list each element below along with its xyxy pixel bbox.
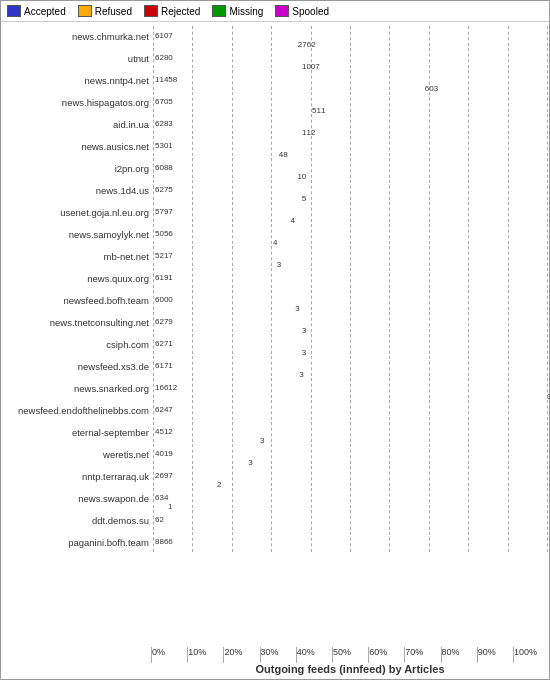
bar-value-label1: 16612 — [155, 381, 177, 395]
grid-line — [547, 334, 548, 354]
grid-line — [547, 356, 548, 376]
grid-line — [429, 400, 430, 420]
row-label: nntp.terraraq.uk — [3, 471, 153, 482]
grid-line — [311, 312, 312, 332]
grid-line — [547, 290, 548, 310]
grid-line — [547, 202, 548, 222]
bar-value-label1: 6275 — [155, 183, 173, 197]
grid-line — [350, 92, 351, 112]
grid-line — [192, 114, 193, 134]
bar-area: 6283112 — [153, 114, 547, 134]
grid-line — [271, 114, 272, 134]
bar-value-label1: 5797 — [155, 205, 173, 219]
grid-line — [547, 312, 548, 332]
x-tick: 40% — [296, 647, 332, 663]
grid-lines — [153, 158, 547, 178]
row-label: i2pn.org — [3, 163, 153, 174]
grid-line — [311, 378, 312, 398]
table-row: ddt.demos.su62 — [3, 510, 547, 530]
table-row: csiph.com62713 — [3, 334, 547, 354]
grid-line — [192, 158, 193, 178]
table-row: nntp.terraraq.uk26972 — [3, 466, 547, 486]
grid-line — [192, 378, 193, 398]
legend-item-spooled: Spooled — [275, 5, 329, 17]
table-row: utnut62801007 — [3, 48, 547, 68]
bar-value-label2: 112 — [302, 128, 315, 137]
grid-line — [350, 488, 351, 508]
grid-line — [232, 290, 233, 310]
table-row: aid.in.ua6283112 — [3, 114, 547, 134]
bar-stack: 6171 — [153, 359, 173, 373]
grid-line — [232, 114, 233, 134]
bar-value-label1: 4512 — [155, 425, 173, 439]
table-row: usenet.goja.nl.eu.org57974 — [3, 202, 547, 222]
grid-line — [232, 224, 233, 244]
grid-line — [389, 180, 390, 200]
grid-line — [232, 422, 233, 442]
bar-area: 166123 — [153, 378, 547, 398]
legend-label: Spooled — [292, 6, 329, 17]
grid-line — [232, 180, 233, 200]
grid-line — [547, 532, 548, 552]
table-row: newsfeed.endofthelinebbs.com6247 — [3, 400, 547, 420]
bar-stack: 6247 — [153, 403, 173, 417]
bar-value-label1: 634 — [155, 491, 168, 505]
x-tick: 80% — [441, 647, 477, 663]
legend-label: Refused — [95, 6, 132, 17]
grid-line — [271, 246, 272, 266]
bar-area: 11458603 — [153, 70, 547, 90]
grid-line — [311, 136, 312, 156]
grid-line — [389, 158, 390, 178]
grid-line — [508, 136, 509, 156]
grid-line — [468, 400, 469, 420]
grid-line — [271, 422, 272, 442]
grid-line — [232, 136, 233, 156]
bar-area: 62 — [153, 510, 547, 530]
grid-line — [508, 224, 509, 244]
grid-line — [192, 532, 193, 552]
grid-line — [468, 466, 469, 486]
grid-line — [350, 334, 351, 354]
x-tick: 30% — [260, 647, 296, 663]
bar-stack: 6280 — [153, 51, 173, 65]
bar-area: 26972 — [153, 466, 547, 486]
grid-line — [429, 48, 430, 68]
grid-line — [508, 356, 509, 376]
row-label: news.nntp4.net — [3, 75, 153, 86]
grid-line — [311, 290, 312, 310]
legend-color — [212, 5, 226, 17]
row-label: mb-net.net — [3, 251, 153, 262]
bar-value-label1: 6279 — [155, 315, 173, 329]
grid-line — [508, 400, 509, 420]
grid-line — [468, 312, 469, 332]
bar-area: 61072762 — [153, 26, 547, 46]
bar-value-label1: 8866 — [155, 535, 173, 549]
grid-line — [232, 48, 233, 68]
grid-lines — [153, 356, 547, 376]
grid-lines — [153, 92, 547, 112]
grid-line — [468, 532, 469, 552]
bar-stack: 11458 — [153, 73, 177, 87]
bar-value-label1: 6107 — [155, 29, 173, 43]
grid-line — [350, 290, 351, 310]
grid-line — [350, 268, 351, 288]
grid-line — [232, 356, 233, 376]
bar-value-label1: 11458 — [155, 73, 177, 87]
grid-lines — [153, 488, 547, 508]
grid-line — [311, 70, 312, 90]
grid-line — [232, 510, 233, 530]
bar-value-label1: 6191 — [155, 271, 173, 285]
table-row: news.chmurka.net61072762 — [3, 26, 547, 46]
table-row: weretis.net40193 — [3, 444, 547, 464]
grid-line — [389, 268, 390, 288]
table-row: newsfeed.bofh.team60003 — [3, 290, 547, 310]
grid-line — [468, 224, 469, 244]
bar-area: 45123 — [153, 422, 547, 442]
legend-label: Rejected — [161, 6, 200, 17]
grid-line — [508, 444, 509, 464]
grid-line — [429, 532, 430, 552]
grid-line — [547, 268, 548, 288]
bar-stack: 4019 — [153, 447, 173, 461]
bar-area: 608810 — [153, 158, 547, 178]
grid-line — [192, 224, 193, 244]
